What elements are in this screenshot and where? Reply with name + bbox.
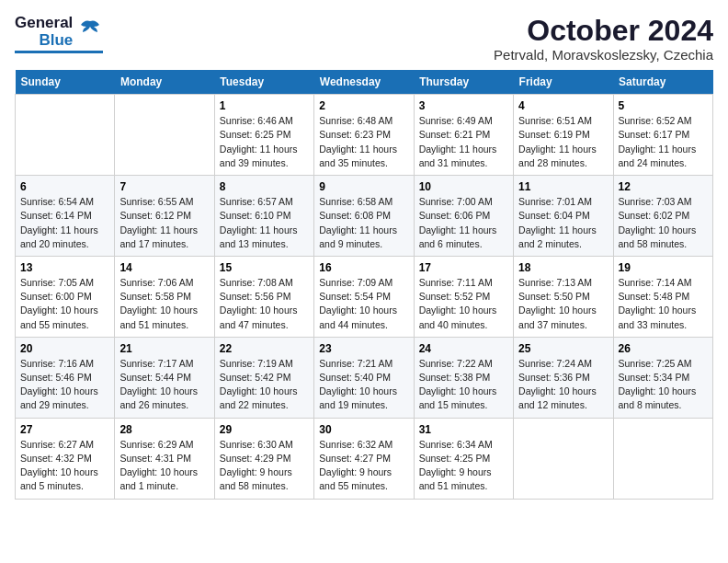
page-header: General Blue October 2024 Petrvald, Mora…	[15, 15, 713, 63]
calendar-title-block: October 2024 Petrvald, Moravskoslezsky, …	[494, 15, 713, 63]
calendar-cell: 2Sunrise: 6:48 AMSunset: 6:23 PMDaylight…	[314, 95, 414, 176]
day-detail: Sunrise: 7:21 AMSunset: 5:40 PMDaylight:…	[319, 357, 408, 413]
day-detail: Sunrise: 7:14 AMSunset: 5:48 PMDaylight:…	[619, 276, 708, 332]
day-number: 7	[119, 180, 209, 193]
day-detail: Sunrise: 6:54 AMSunset: 6:14 PMDaylight:…	[20, 195, 109, 251]
calendar-cell: 15Sunrise: 7:08 AMSunset: 5:56 PMDayligh…	[214, 256, 313, 337]
day-detail: Sunrise: 6:51 AMSunset: 6:19 PMDaylight:…	[518, 114, 608, 170]
calendar-cell	[16, 95, 115, 176]
header-tuesday: Tuesday	[214, 70, 313, 95]
day-number: 11	[518, 180, 608, 193]
logo: General Blue	[15, 15, 103, 53]
calendar-cell: 27Sunrise: 6:27 AMSunset: 4:32 PMDayligh…	[16, 418, 115, 499]
day-detail: Sunrise: 6:57 AMSunset: 6:10 PMDaylight:…	[220, 195, 309, 251]
calendar-cell	[613, 418, 712, 499]
logo-general: General	[15, 15, 73, 32]
day-detail: Sunrise: 7:06 AMSunset: 5:58 PMDaylight:…	[119, 276, 209, 332]
header-monday: Monday	[115, 70, 214, 95]
calendar-cell: 23Sunrise: 7:21 AMSunset: 5:40 PMDayligh…	[314, 337, 414, 418]
day-number: 27	[20, 423, 109, 436]
calendar-cell: 17Sunrise: 7:11 AMSunset: 5:52 PMDayligh…	[414, 256, 513, 337]
calendar-cell: 8Sunrise: 6:57 AMSunset: 6:10 PMDaylight…	[214, 176, 313, 257]
day-detail: Sunrise: 6:27 AMSunset: 4:32 PMDaylight:…	[20, 438, 109, 494]
day-number: 26	[619, 342, 708, 355]
week-row-3: 13Sunrise: 7:05 AMSunset: 6:00 PMDayligh…	[16, 256, 713, 337]
day-detail: Sunrise: 6:52 AMSunset: 6:17 PMDaylight:…	[619, 114, 708, 170]
day-detail: Sunrise: 7:24 AMSunset: 5:36 PMDaylight:…	[518, 357, 608, 413]
day-number: 15	[220, 261, 309, 274]
day-number: 18	[518, 261, 608, 274]
logo-blue: Blue	[39, 32, 73, 50]
calendar-cell: 10Sunrise: 7:00 AMSunset: 6:06 PMDayligh…	[414, 176, 513, 257]
week-row-1: 1Sunrise: 6:46 AMSunset: 6:25 PMDaylight…	[16, 95, 713, 176]
week-row-4: 20Sunrise: 7:16 AMSunset: 5:46 PMDayligh…	[16, 337, 713, 418]
day-detail: Sunrise: 7:13 AMSunset: 5:50 PMDaylight:…	[518, 276, 608, 332]
day-detail: Sunrise: 6:48 AMSunset: 6:23 PMDaylight:…	[319, 114, 408, 170]
day-number: 17	[419, 261, 508, 274]
calendar-cell: 29Sunrise: 6:30 AMSunset: 4:29 PMDayligh…	[214, 418, 313, 499]
calendar-cell: 4Sunrise: 6:51 AMSunset: 6:19 PMDaylight…	[514, 95, 613, 176]
calendar-table: SundayMondayTuesdayWednesdayThursdayFrid…	[15, 70, 713, 499]
day-number: 13	[20, 261, 109, 274]
calendar-cell	[115, 95, 214, 176]
day-number: 14	[119, 261, 209, 274]
day-detail: Sunrise: 6:46 AMSunset: 6:25 PMDaylight:…	[220, 114, 309, 170]
day-detail: Sunrise: 6:29 AMSunset: 4:31 PMDaylight:…	[119, 438, 209, 494]
day-number: 9	[319, 180, 408, 193]
day-detail: Sunrise: 7:19 AMSunset: 5:42 PMDaylight:…	[220, 357, 309, 413]
day-detail: Sunrise: 6:32 AMSunset: 4:27 PMDaylight:…	[319, 438, 408, 494]
day-number: 10	[419, 180, 508, 193]
day-detail: Sunrise: 7:16 AMSunset: 5:46 PMDaylight:…	[20, 357, 109, 413]
header-thursday: Thursday	[414, 70, 513, 95]
day-number: 6	[20, 180, 109, 193]
calendar-cell: 31Sunrise: 6:34 AMSunset: 4:25 PMDayligh…	[414, 418, 513, 499]
day-number: 20	[20, 342, 109, 355]
day-number: 8	[220, 180, 309, 193]
day-detail: Sunrise: 7:08 AMSunset: 5:56 PMDaylight:…	[220, 276, 309, 332]
header-friday: Friday	[514, 70, 613, 95]
calendar-cell: 7Sunrise: 6:55 AMSunset: 6:12 PMDaylight…	[115, 176, 214, 257]
calendar-body: 1Sunrise: 6:46 AMSunset: 6:25 PMDaylight…	[16, 95, 713, 499]
day-number: 12	[619, 180, 708, 193]
calendar-cell: 20Sunrise: 7:16 AMSunset: 5:46 PMDayligh…	[16, 337, 115, 418]
calendar-cell: 28Sunrise: 6:29 AMSunset: 4:31 PMDayligh…	[115, 418, 214, 499]
day-number: 4	[518, 99, 608, 112]
calendar-cell: 11Sunrise: 7:01 AMSunset: 6:04 PMDayligh…	[514, 176, 613, 257]
day-number: 23	[319, 342, 408, 355]
day-number: 31	[419, 423, 508, 436]
logo-underline	[15, 51, 103, 53]
day-number: 22	[220, 342, 309, 355]
header-sunday: Sunday	[16, 70, 115, 95]
day-detail: Sunrise: 7:11 AMSunset: 5:52 PMDaylight:…	[419, 276, 508, 332]
day-detail: Sunrise: 7:05 AMSunset: 6:00 PMDaylight:…	[20, 276, 109, 332]
calendar-cell: 21Sunrise: 7:17 AMSunset: 5:44 PMDayligh…	[115, 337, 214, 418]
day-number: 29	[220, 423, 309, 436]
calendar-cell: 22Sunrise: 7:19 AMSunset: 5:42 PMDayligh…	[214, 337, 313, 418]
day-number: 5	[619, 99, 708, 112]
calendar-header-row: SundayMondayTuesdayWednesdayThursdayFrid…	[16, 70, 713, 95]
day-number: 2	[319, 99, 408, 112]
calendar-cell: 6Sunrise: 6:54 AMSunset: 6:14 PMDaylight…	[16, 176, 115, 257]
day-detail: Sunrise: 7:01 AMSunset: 6:04 PMDaylight:…	[518, 195, 608, 251]
day-number: 30	[319, 423, 408, 436]
calendar-cell: 13Sunrise: 7:05 AMSunset: 6:00 PMDayligh…	[16, 256, 115, 337]
day-number: 1	[220, 99, 309, 112]
logo-bird-icon	[77, 17, 103, 43]
day-detail: Sunrise: 7:25 AMSunset: 5:34 PMDaylight:…	[619, 357, 708, 413]
day-detail: Sunrise: 7:17 AMSunset: 5:44 PMDaylight:…	[119, 357, 209, 413]
calendar-cell: 3Sunrise: 6:49 AMSunset: 6:21 PMDaylight…	[414, 95, 513, 176]
day-number: 3	[419, 99, 508, 112]
calendar-cell: 26Sunrise: 7:25 AMSunset: 5:34 PMDayligh…	[613, 337, 712, 418]
day-number: 24	[419, 342, 508, 355]
header-wednesday: Wednesday	[314, 70, 414, 95]
week-row-5: 27Sunrise: 6:27 AMSunset: 4:32 PMDayligh…	[16, 418, 713, 499]
header-saturday: Saturday	[613, 70, 712, 95]
day-detail: Sunrise: 6:55 AMSunset: 6:12 PMDaylight:…	[119, 195, 209, 251]
day-detail: Sunrise: 6:58 AMSunset: 6:08 PMDaylight:…	[319, 195, 408, 251]
day-number: 25	[518, 342, 608, 355]
calendar-cell: 30Sunrise: 6:32 AMSunset: 4:27 PMDayligh…	[314, 418, 414, 499]
day-number: 28	[119, 423, 209, 436]
day-detail: Sunrise: 6:30 AMSunset: 4:29 PMDaylight:…	[220, 438, 309, 494]
day-number: 21	[119, 342, 209, 355]
calendar-cell: 1Sunrise: 6:46 AMSunset: 6:25 PMDaylight…	[214, 95, 313, 176]
